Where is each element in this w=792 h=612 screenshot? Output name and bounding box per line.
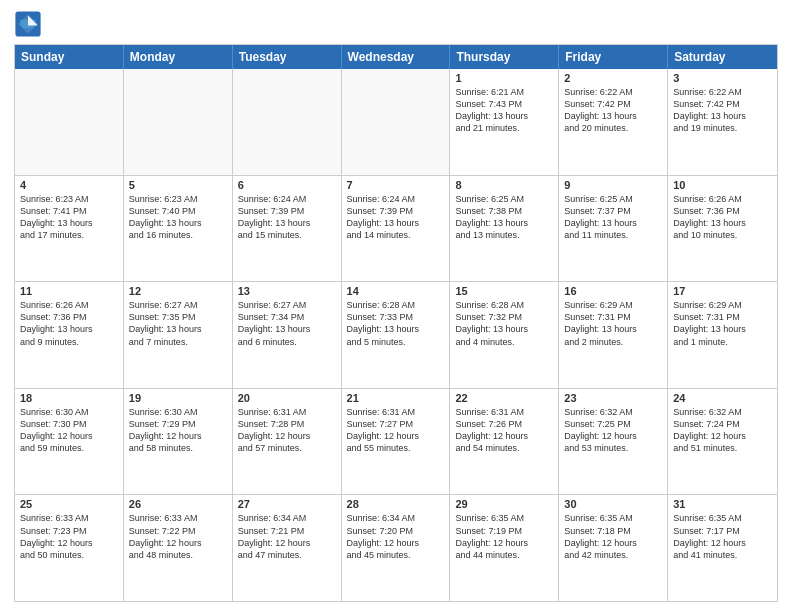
cell-content: Sunrise: 6:33 AM Sunset: 7:22 PM Dayligh… (129, 512, 227, 561)
calendar-body: 1Sunrise: 6:21 AM Sunset: 7:43 PM Daylig… (15, 69, 777, 601)
calendar-cell: 13Sunrise: 6:27 AM Sunset: 7:34 PM Dayli… (233, 282, 342, 388)
page: SundayMondayTuesdayWednesdayThursdayFrid… (0, 0, 792, 612)
cell-content: Sunrise: 6:28 AM Sunset: 7:33 PM Dayligh… (347, 299, 445, 348)
cell-content: Sunrise: 6:24 AM Sunset: 7:39 PM Dayligh… (347, 193, 445, 242)
cell-content: Sunrise: 6:34 AM Sunset: 7:20 PM Dayligh… (347, 512, 445, 561)
day-number: 13 (238, 285, 336, 297)
day-number: 1 (455, 72, 553, 84)
day-number: 30 (564, 498, 662, 510)
calendar-cell: 1Sunrise: 6:21 AM Sunset: 7:43 PM Daylig… (450, 69, 559, 175)
cell-content: Sunrise: 6:35 AM Sunset: 7:19 PM Dayligh… (455, 512, 553, 561)
calendar-cell: 5Sunrise: 6:23 AM Sunset: 7:40 PM Daylig… (124, 176, 233, 282)
cell-content: Sunrise: 6:27 AM Sunset: 7:34 PM Dayligh… (238, 299, 336, 348)
cell-content: Sunrise: 6:31 AM Sunset: 7:26 PM Dayligh… (455, 406, 553, 455)
day-number: 24 (673, 392, 772, 404)
cell-content: Sunrise: 6:24 AM Sunset: 7:39 PM Dayligh… (238, 193, 336, 242)
day-number: 18 (20, 392, 118, 404)
calendar-cell (342, 69, 451, 175)
cell-content: Sunrise: 6:22 AM Sunset: 7:42 PM Dayligh… (673, 86, 772, 135)
calendar-cell (124, 69, 233, 175)
calendar-cell: 23Sunrise: 6:32 AM Sunset: 7:25 PM Dayli… (559, 389, 668, 495)
day-number: 27 (238, 498, 336, 510)
day-number: 2 (564, 72, 662, 84)
calendar-cell: 29Sunrise: 6:35 AM Sunset: 7:19 PM Dayli… (450, 495, 559, 601)
calendar-row-5: 25Sunrise: 6:33 AM Sunset: 7:23 PM Dayli… (15, 494, 777, 601)
day-number: 12 (129, 285, 227, 297)
calendar-cell (233, 69, 342, 175)
calendar-row-2: 4Sunrise: 6:23 AM Sunset: 7:41 PM Daylig… (15, 175, 777, 282)
calendar-cell (15, 69, 124, 175)
day-number: 8 (455, 179, 553, 191)
header-day-wednesday: Wednesday (342, 45, 451, 69)
calendar-cell: 28Sunrise: 6:34 AM Sunset: 7:20 PM Dayli… (342, 495, 451, 601)
calendar-cell: 17Sunrise: 6:29 AM Sunset: 7:31 PM Dayli… (668, 282, 777, 388)
calendar-cell: 8Sunrise: 6:25 AM Sunset: 7:38 PM Daylig… (450, 176, 559, 282)
day-number: 16 (564, 285, 662, 297)
header-day-tuesday: Tuesday (233, 45, 342, 69)
day-number: 4 (20, 179, 118, 191)
calendar-cell: 4Sunrise: 6:23 AM Sunset: 7:41 PM Daylig… (15, 176, 124, 282)
cell-content: Sunrise: 6:27 AM Sunset: 7:35 PM Dayligh… (129, 299, 227, 348)
calendar-cell: 2Sunrise: 6:22 AM Sunset: 7:42 PM Daylig… (559, 69, 668, 175)
calendar-cell: 27Sunrise: 6:34 AM Sunset: 7:21 PM Dayli… (233, 495, 342, 601)
calendar-row-3: 11Sunrise: 6:26 AM Sunset: 7:36 PM Dayli… (15, 281, 777, 388)
header-day-saturday: Saturday (668, 45, 777, 69)
cell-content: Sunrise: 6:29 AM Sunset: 7:31 PM Dayligh… (564, 299, 662, 348)
cell-content: Sunrise: 6:30 AM Sunset: 7:29 PM Dayligh… (129, 406, 227, 455)
cell-content: Sunrise: 6:28 AM Sunset: 7:32 PM Dayligh… (455, 299, 553, 348)
calendar-cell: 18Sunrise: 6:30 AM Sunset: 7:30 PM Dayli… (15, 389, 124, 495)
cell-content: Sunrise: 6:35 AM Sunset: 7:17 PM Dayligh… (673, 512, 772, 561)
day-number: 23 (564, 392, 662, 404)
day-number: 5 (129, 179, 227, 191)
calendar-header: SundayMondayTuesdayWednesdayThursdayFrid… (15, 45, 777, 69)
day-number: 25 (20, 498, 118, 510)
header-day-friday: Friday (559, 45, 668, 69)
day-number: 11 (20, 285, 118, 297)
day-number: 14 (347, 285, 445, 297)
cell-content: Sunrise: 6:23 AM Sunset: 7:41 PM Dayligh… (20, 193, 118, 242)
day-number: 22 (455, 392, 553, 404)
cell-content: Sunrise: 6:25 AM Sunset: 7:37 PM Dayligh… (564, 193, 662, 242)
day-number: 31 (673, 498, 772, 510)
calendar-cell: 15Sunrise: 6:28 AM Sunset: 7:32 PM Dayli… (450, 282, 559, 388)
cell-content: Sunrise: 6:32 AM Sunset: 7:25 PM Dayligh… (564, 406, 662, 455)
day-number: 10 (673, 179, 772, 191)
day-number: 6 (238, 179, 336, 191)
calendar-cell: 11Sunrise: 6:26 AM Sunset: 7:36 PM Dayli… (15, 282, 124, 388)
cell-content: Sunrise: 6:26 AM Sunset: 7:36 PM Dayligh… (20, 299, 118, 348)
calendar-cell: 21Sunrise: 6:31 AM Sunset: 7:27 PM Dayli… (342, 389, 451, 495)
calendar-cell: 30Sunrise: 6:35 AM Sunset: 7:18 PM Dayli… (559, 495, 668, 601)
day-number: 15 (455, 285, 553, 297)
cell-content: Sunrise: 6:30 AM Sunset: 7:30 PM Dayligh… (20, 406, 118, 455)
logo-icon (14, 10, 42, 38)
day-number: 3 (673, 72, 772, 84)
cell-content: Sunrise: 6:31 AM Sunset: 7:28 PM Dayligh… (238, 406, 336, 455)
cell-content: Sunrise: 6:26 AM Sunset: 7:36 PM Dayligh… (673, 193, 772, 242)
day-number: 17 (673, 285, 772, 297)
header-day-monday: Monday (124, 45, 233, 69)
calendar-cell: 7Sunrise: 6:24 AM Sunset: 7:39 PM Daylig… (342, 176, 451, 282)
cell-content: Sunrise: 6:22 AM Sunset: 7:42 PM Dayligh… (564, 86, 662, 135)
calendar-cell: 12Sunrise: 6:27 AM Sunset: 7:35 PM Dayli… (124, 282, 233, 388)
day-number: 19 (129, 392, 227, 404)
calendar-cell: 14Sunrise: 6:28 AM Sunset: 7:33 PM Dayli… (342, 282, 451, 388)
calendar: SundayMondayTuesdayWednesdayThursdayFrid… (14, 44, 778, 602)
day-number: 21 (347, 392, 445, 404)
calendar-cell: 3Sunrise: 6:22 AM Sunset: 7:42 PM Daylig… (668, 69, 777, 175)
logo (14, 10, 46, 38)
cell-content: Sunrise: 6:31 AM Sunset: 7:27 PM Dayligh… (347, 406, 445, 455)
calendar-cell: 6Sunrise: 6:24 AM Sunset: 7:39 PM Daylig… (233, 176, 342, 282)
calendar-cell: 9Sunrise: 6:25 AM Sunset: 7:37 PM Daylig… (559, 176, 668, 282)
calendar-cell: 22Sunrise: 6:31 AM Sunset: 7:26 PM Dayli… (450, 389, 559, 495)
calendar-cell: 20Sunrise: 6:31 AM Sunset: 7:28 PM Dayli… (233, 389, 342, 495)
header (14, 10, 778, 38)
calendar-row-1: 1Sunrise: 6:21 AM Sunset: 7:43 PM Daylig… (15, 69, 777, 175)
calendar-cell: 31Sunrise: 6:35 AM Sunset: 7:17 PM Dayli… (668, 495, 777, 601)
calendar-cell: 25Sunrise: 6:33 AM Sunset: 7:23 PM Dayli… (15, 495, 124, 601)
cell-content: Sunrise: 6:29 AM Sunset: 7:31 PM Dayligh… (673, 299, 772, 348)
day-number: 7 (347, 179, 445, 191)
calendar-cell: 16Sunrise: 6:29 AM Sunset: 7:31 PM Dayli… (559, 282, 668, 388)
cell-content: Sunrise: 6:33 AM Sunset: 7:23 PM Dayligh… (20, 512, 118, 561)
cell-content: Sunrise: 6:25 AM Sunset: 7:38 PM Dayligh… (455, 193, 553, 242)
day-number: 20 (238, 392, 336, 404)
